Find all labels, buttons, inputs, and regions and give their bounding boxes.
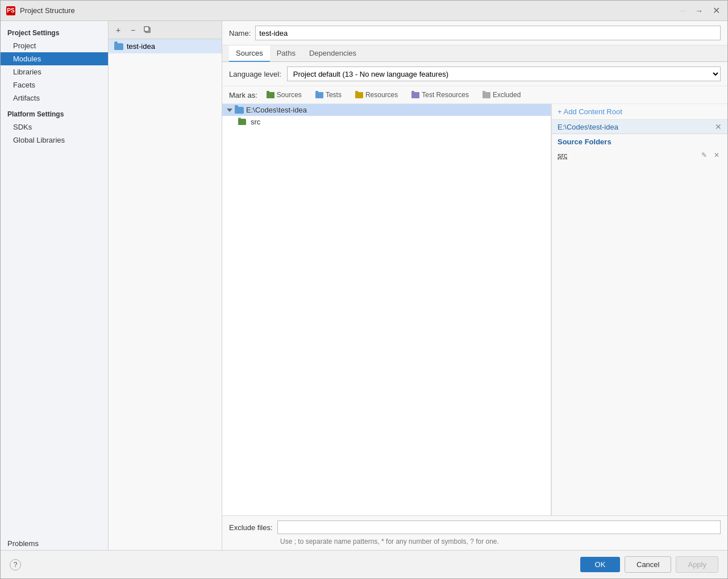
edit-source-folder-button[interactable]: ✎ [699, 150, 709, 160]
source-folders-title: Source Folders [552, 134, 727, 148]
app-icon: PS [6, 6, 15, 15]
mark-as-bar: Mark as: Sources Tests Resources [222, 86, 727, 104]
module-item[interactable]: test-idea [109, 39, 222, 53]
dialog-footer: ? OK Cancel Apply [1, 550, 727, 578]
mark-test-resources-button[interactable]: Test Resources [407, 90, 473, 100]
language-level-bar: Language level: Project default (13 - No… [222, 62, 727, 86]
sidebar-item-artifacts[interactable]: Artifacts [1, 91, 108, 105]
module-list-panel: + − test-idea [109, 21, 222, 550]
tree-src-node[interactable]: src [234, 116, 551, 128]
project-settings-title: Project Settings [1, 26, 108, 39]
exclude-files-input[interactable] [277, 520, 721, 534]
tabs-bar: Sources Paths Dependencies [222, 45, 727, 62]
info-panel: + Add Content Root E:\Codes\test-idea ✕ … [551, 104, 727, 515]
nav-buttons: ← → [676, 4, 706, 18]
expand-icon [227, 109, 232, 112]
remove-source-folder-button[interactable]: ✕ [712, 150, 722, 160]
exclude-files-hint: Use ; to separate name patterns, * for a… [280, 538, 721, 545]
module-toolbar: + − [109, 21, 222, 39]
add-content-root-button[interactable]: + Add Content Root [558, 107, 622, 116]
info-path-text: E:\Codes\test-idea [558, 123, 618, 131]
test-resources-folder-icon [411, 92, 419, 98]
tree-panel: E:\Codes\test-idea src [222, 104, 551, 515]
mark-resources-button[interactable]: Resources [351, 90, 402, 100]
mark-tests-button[interactable]: Tests [311, 90, 346, 100]
source-folder-item: src ✎ ✕ [552, 148, 727, 162]
copy-icon [144, 26, 152, 34]
project-structure-dialog: PS Project Structure ← → ✕ Project Setti… [0, 0, 728, 579]
root-folder-icon [235, 107, 244, 114]
tree-area: E:\Codes\test-idea src + Add Content Roo… [222, 104, 727, 515]
tree-root-label: E:\Codes\test-idea [246, 106, 307, 114]
sources-folder-icon [267, 92, 274, 98]
sidebar-item-problems[interactable]: Problems [1, 537, 108, 550]
bottom-area: Exclude files: Use ; to separate name pa… [222, 515, 727, 550]
name-input[interactable] [255, 26, 721, 40]
right-panel: Name: Sources Paths Dependencies La [222, 21, 727, 550]
module-folder-icon [114, 43, 123, 50]
svg-rect-1 [144, 27, 149, 31]
help-button[interactable]: ? [10, 559, 21, 570]
resources-folder-icon [355, 92, 363, 98]
source-folder-actions: ✎ ✕ [699, 150, 722, 160]
tab-paths[interactable]: Paths [270, 45, 302, 62]
add-module-button[interactable]: + [112, 24, 124, 36]
apply-button[interactable]: Apply [676, 556, 718, 573]
back-button[interactable]: ← [676, 4, 690, 18]
dialog-title: Project Structure [20, 6, 667, 15]
sidebar: Project Settings Project Modules Librari… [1, 21, 109, 550]
sidebar-item-project[interactable]: Project [1, 39, 108, 52]
titlebar: PS Project Structure ← → ✕ [1, 1, 727, 21]
mark-excluded-button[interactable]: Excluded [478, 90, 525, 100]
src-folder-icon [238, 119, 246, 125]
exclude-files-row: Exclude files: [229, 520, 721, 534]
content-area: Project Settings Project Modules Librari… [1, 21, 727, 550]
tab-content: Language level: Project default (13 - No… [222, 62, 727, 550]
info-header: + Add Content Root [552, 104, 727, 120]
mark-sources-button[interactable]: Sources [262, 90, 306, 100]
sidebar-item-global-libraries[interactable]: Global Libraries [1, 134, 108, 147]
module-item-label: test-idea [127, 42, 155, 51]
tests-folder-icon [315, 92, 323, 98]
cancel-button[interactable]: Cancel [625, 556, 671, 573]
name-bar: Name: [222, 21, 727, 45]
tree-src-label: src [251, 118, 260, 126]
sidebar-item-sdks[interactable]: SDKs [1, 120, 108, 134]
sidebar-item-libraries[interactable]: Libraries [1, 65, 108, 78]
info-path-close-button[interactable]: ✕ [715, 122, 722, 131]
tab-dependencies[interactable]: Dependencies [302, 45, 363, 62]
ok-button[interactable]: OK [580, 557, 620, 572]
tree-root-node[interactable]: E:\Codes\test-idea [222, 104, 551, 116]
sidebar-item-facets[interactable]: Facets [1, 78, 108, 91]
platform-settings-title: Platform Settings [1, 105, 108, 120]
source-folder-label: src [558, 151, 567, 160]
language-level-select[interactable]: Project default (13 - No new language fe… [287, 66, 721, 81]
remove-module-button[interactable]: − [127, 24, 139, 36]
mark-as-label: Mark as: [229, 91, 257, 99]
name-label: Name: [229, 29, 251, 38]
forward-button[interactable]: → [692, 4, 706, 18]
exclude-files-label: Exclude files: [229, 523, 273, 532]
module-list: test-idea [109, 39, 222, 550]
excluded-folder-icon [482, 92, 490, 98]
copy-module-button[interactable] [142, 24, 154, 36]
sidebar-item-modules[interactable]: Modules [1, 52, 108, 65]
close-button[interactable]: ✕ [710, 5, 722, 16]
tab-sources[interactable]: Sources [229, 45, 270, 62]
language-level-label: Language level: [229, 70, 281, 78]
info-path-bar: E:\Codes\test-idea ✕ [552, 120, 727, 134]
